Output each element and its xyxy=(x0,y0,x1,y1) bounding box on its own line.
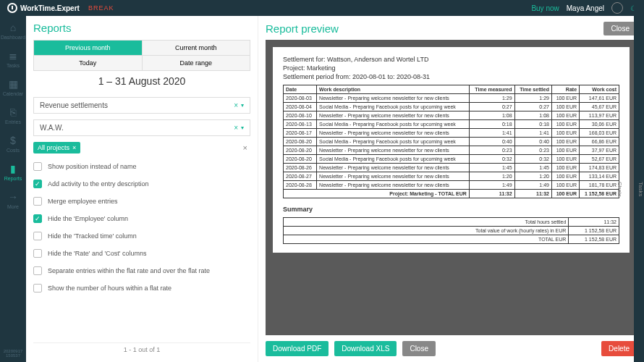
check-label: Show position instead of name xyxy=(48,163,137,170)
chevron-down-icon[interactable]: ▾ xyxy=(241,102,244,109)
check-label: Hide the 'Employee' column xyxy=(48,215,128,222)
check-label: Hide the 'Tracked time' column xyxy=(48,232,137,240)
download-xls-button[interactable]: Download XLS xyxy=(334,341,397,356)
download-pdf-button[interactable]: Download PDF xyxy=(266,341,329,356)
logo[interactable]: WorkTime.Expert xyxy=(7,3,80,13)
checkbox[interactable] xyxy=(33,197,42,206)
side-tab-tasks[interactable]: Tasks xyxy=(637,20,644,358)
checkbox[interactable] xyxy=(33,266,42,275)
nav-dashboard[interactable]: ⌂Dashboard xyxy=(0,22,26,40)
summary-row: Total hours settled11:32 xyxy=(284,218,619,227)
table-row: 2020-08-26Newsletter - Preparing welcome… xyxy=(284,164,619,172)
col-header: Work cost xyxy=(580,85,619,94)
settle-for: Settlement for: Wattson, Anderson and Wo… xyxy=(283,56,619,63)
checkbox[interactable] xyxy=(33,162,42,171)
more-icon: → xyxy=(0,191,26,203)
table-row: 2020-08-27Newsletter - Preparing welcome… xyxy=(284,172,619,181)
preview-panel: Report preview Close Settlement for: Wat… xyxy=(258,16,644,362)
nav-calendar[interactable]: ▦Calendar xyxy=(0,78,26,96)
option-check[interactable]: Separate entries within the flat rate an… xyxy=(33,266,250,275)
tasks-icon: ≣ xyxy=(0,50,26,62)
reports-panel: Reports Previous month Current month Tod… xyxy=(26,16,258,362)
avatar[interactable] xyxy=(611,2,623,14)
preview-title: Report preview xyxy=(266,22,339,35)
nav-entries[interactable]: ⎘Entries xyxy=(0,106,26,125)
table-row: 2020-08-20Social Media - Preparing Faceb… xyxy=(284,155,619,164)
tab-previous-month[interactable]: Previous month xyxy=(34,41,143,55)
clear-icon[interactable]: × xyxy=(234,124,238,132)
date-range-label: 1 – 31 August 2020 xyxy=(33,71,250,91)
project-line: Project: Marketing xyxy=(283,64,619,72)
table-row: 2020-08-28Newsletter - Preparing welcome… xyxy=(284,181,619,190)
check-label: Separate entries within the flat rate an… xyxy=(48,267,210,274)
clock-icon xyxy=(7,3,17,13)
break-status: BREAK xyxy=(88,4,114,12)
check-label: Add activity to the entry description xyxy=(48,180,149,188)
action-bar: Download PDF Download XLS Close Delete xyxy=(266,335,637,356)
table-row: 2020-08-04Social Media - Preparing Faceb… xyxy=(284,103,619,111)
projects-row: All projects × × xyxy=(33,142,250,153)
checkbox[interactable]: ✓ xyxy=(33,180,42,188)
tab-today[interactable]: Today xyxy=(34,56,143,70)
checkbox[interactable] xyxy=(33,232,42,240)
document: Settlement for: Wattson, Anderson and Wo… xyxy=(273,47,630,253)
reports-icon: ▮ xyxy=(0,163,26,174)
period-tabs-1: Previous month Current month xyxy=(33,40,250,56)
chevron-down-icon[interactable]: ▾ xyxy=(241,125,244,131)
col-header: Time measured xyxy=(469,85,514,94)
report-type-value: Revenue settlements xyxy=(40,101,108,109)
user-name[interactable]: Maya Angel xyxy=(567,4,604,12)
check-label: Merge employee entries xyxy=(48,198,118,205)
table-row: 2020-08-17Newsletter - Preparing welcome… xyxy=(284,129,619,138)
nav-more[interactable]: →More xyxy=(0,191,26,209)
side-tab-chats[interactable]: Chats xyxy=(617,20,623,358)
clear-all-icon[interactable]: × xyxy=(243,143,250,152)
topbar: WorkTime.Expert BREAK Buy now Maya Angel… xyxy=(0,0,644,16)
moon-icon[interactable]: ☾ xyxy=(630,4,637,12)
close-button-2[interactable]: Close xyxy=(402,341,436,356)
clear-icon[interactable]: × xyxy=(234,101,238,109)
sidebar: ⌂Dashboard≣Tasks▦Calendar⎘Entries$Costs▮… xyxy=(0,16,26,362)
table-row: 2020-08-03Newsletter - Preparing welcome… xyxy=(284,94,619,103)
nav-tasks[interactable]: ≣Tasks xyxy=(0,50,26,68)
dashboard-icon: ⌂ xyxy=(0,22,26,33)
nav-reports[interactable]: ▮Reports xyxy=(0,163,26,181)
costs-icon: $ xyxy=(0,135,26,146)
table-row: 2020-08-20Newsletter - Preparing welcome… xyxy=(284,146,619,155)
option-check[interactable]: ✓Add activity to the entry description xyxy=(33,180,250,188)
options-list: Show position instead of name✓Add activi… xyxy=(33,162,250,292)
entries-table: DateWork descriptionTime measuredTime se… xyxy=(283,85,619,198)
tab-date-range[interactable]: Date range xyxy=(143,56,250,70)
build-timestamp: 20200917 150537 xyxy=(0,345,26,362)
period-line: Settlement period from: 2020-08-01 to: 2… xyxy=(283,73,619,80)
entries-icon: ⎘ xyxy=(0,106,26,118)
checkbox[interactable]: ✓ xyxy=(33,214,42,223)
option-check[interactable]: Show the number of hours within a flat r… xyxy=(33,284,250,292)
check-label: Show the number of hours within a flat r… xyxy=(48,285,171,292)
col-header: Time settled xyxy=(514,85,551,94)
option-check[interactable]: Show position instead of name xyxy=(33,162,250,171)
calendar-icon: ▦ xyxy=(0,78,26,90)
option-check[interactable]: ✓Hide the 'Employee' column xyxy=(33,214,250,223)
summary-heading: Summary xyxy=(283,206,619,213)
option-check[interactable]: Hide the 'Tracked time' column xyxy=(33,232,250,240)
col-header: Rate xyxy=(551,85,579,94)
tab-current-month[interactable]: Current month xyxy=(143,41,250,55)
brand-name: WorkTime.Expert xyxy=(20,4,80,12)
checkbox[interactable] xyxy=(33,249,42,258)
summary-row: Total value of work (hourly rates) in EU… xyxy=(284,227,619,235)
client-select[interactable]: W.A.W. × ▾ xyxy=(33,119,250,136)
nav-costs[interactable]: $Costs xyxy=(0,135,26,153)
summary-table: Total hours settled11:32Total value of w… xyxy=(283,217,619,244)
checkbox[interactable] xyxy=(33,284,42,292)
buy-now-link[interactable]: Buy now xyxy=(531,4,559,12)
preview-body[interactable]: Settlement for: Wattson, Anderson and Wo… xyxy=(266,40,637,335)
table-row: 2020-08-10Newsletter - Preparing welcome… xyxy=(284,111,619,120)
option-check[interactable]: Merge employee entries xyxy=(33,197,250,206)
option-check[interactable]: Hide the 'Rate' and 'Cost' columns xyxy=(33,249,250,258)
report-type-select[interactable]: Revenue settlements × ▾ xyxy=(33,97,250,114)
col-header: Work description xyxy=(317,85,470,94)
close-icon[interactable]: × xyxy=(72,144,76,151)
period-tabs-2: Today Date range xyxy=(33,56,250,71)
project-chip[interactable]: All projects × xyxy=(33,142,80,153)
